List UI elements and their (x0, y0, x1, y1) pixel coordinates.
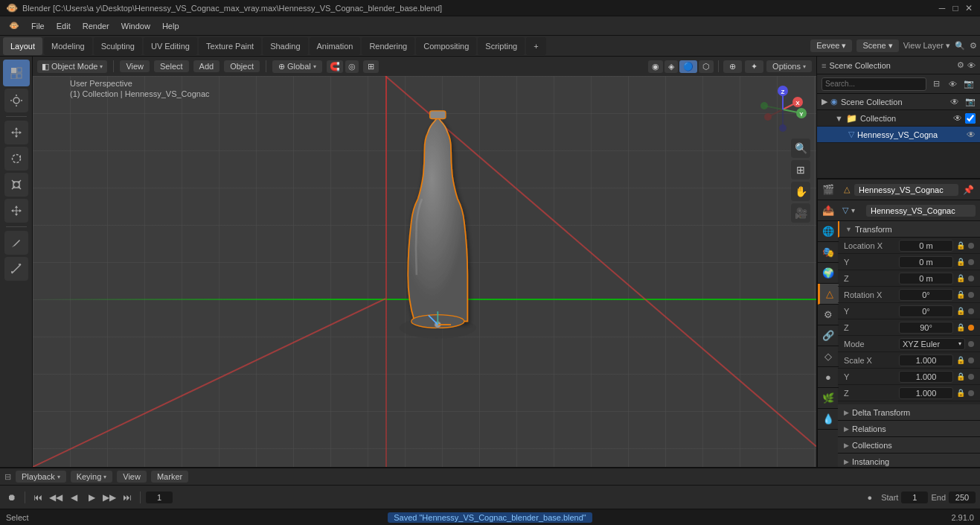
solid-shading[interactable]: ◉ (648, 60, 663, 73)
object-data-name-field[interactable]: Hennessy_VS_Cognac (866, 205, 976, 217)
keying-menu[interactable]: Keying ▾ (71, 471, 113, 483)
tab-texture-paint[interactable]: Texture Paint (199, 37, 261, 55)
object-name-field[interactable]: Hennessy_VS_Cognac (854, 184, 958, 196)
header-search-icon[interactable]: 🔍 (955, 41, 965, 51)
object-menu[interactable]: Object (224, 60, 260, 72)
timeline-view-menu[interactable]: View (117, 471, 147, 483)
scale-z-value[interactable]: 1.000 (899, 387, 953, 399)
scene-collection-render-vis[interactable]: 📷 (965, 97, 976, 106)
location-y-lock[interactable]: 🔒 (956, 258, 965, 266)
output-properties-tab[interactable]: 📤 (818, 200, 839, 221)
select-menu[interactable]: Select (154, 60, 189, 72)
outliner-search-input[interactable] (822, 77, 926, 91)
world-properties-tab[interactable]: 🌍 (818, 263, 839, 284)
camera-icon[interactable]: 🎥 (791, 203, 810, 223)
snap-toggle[interactable]: 🧲 (327, 60, 343, 73)
location-x-lock[interactable]: 🔒 (956, 241, 965, 249)
next-frame-btn[interactable]: ▶▶ (102, 490, 117, 505)
render-properties-tab[interactable]: 🎬 (818, 179, 839, 200)
rotate-tool[interactable] (4, 147, 28, 171)
end-frame-field[interactable]: 250 (949, 491, 976, 503)
particle-properties-tab[interactable]: 🌿 (818, 388, 839, 409)
outliner-hide-icon[interactable]: 👁 (967, 61, 976, 70)
viewport-overlays-toggle[interactable]: ⊕ (723, 60, 742, 73)
prev-keyframe-btn[interactable]: ◀◀ (48, 490, 63, 505)
show-gizmos[interactable]: ⊞ (363, 60, 379, 73)
menu-blender[interactable]: 🐵 (3, 18, 25, 34)
scene-selector[interactable]: Scene ▾ (856, 39, 898, 52)
prev-frame-btn[interactable]: ◀ (66, 490, 81, 505)
tab-compositing[interactable]: Compositing (416, 37, 476, 55)
outliner-filter-icon[interactable]: ⚙ (957, 60, 964, 70)
xray-toggle[interactable]: ✦ (745, 60, 763, 73)
rotation-y-value[interactable]: 0° (899, 305, 953, 317)
playback-menu[interactable]: Playback ▾ (16, 471, 66, 483)
options-menu[interactable]: Options ▾ (766, 60, 812, 72)
tab-uv-editing[interactable]: UV Editing (144, 37, 197, 55)
zoom-extents-icon[interactable]: ⊞ (791, 160, 810, 179)
location-z-value[interactable]: 0 m (899, 273, 953, 284)
rotation-x-lock[interactable]: 🔒 (956, 290, 965, 299)
annotate-tool[interactable] (4, 231, 28, 255)
tab-shading[interactable]: Shading (263, 37, 307, 55)
instancing-section-header[interactable]: ▶ Instancing (838, 454, 980, 467)
tab-add[interactable]: + (526, 37, 545, 55)
transform-section-header[interactable]: ▼ Transform (838, 221, 980, 238)
scale-y-lock[interactable]: 🔒 (956, 372, 965, 381)
scene-collection-collapse[interactable]: ▶ (822, 97, 827, 106)
jump-to-start-btn[interactable]: ⏮ (31, 490, 45, 505)
object-properties-tab[interactable]: △ (818, 284, 839, 305)
delta-transform-section-header[interactable]: ▶ Delta Transform (838, 404, 980, 421)
tab-sculpting[interactable]: Sculpting (94, 37, 142, 55)
jump-to-end-btn[interactable]: ⏭ (120, 490, 135, 505)
mode-selector[interactable]: ◧ Object Mode ▾ (37, 60, 107, 73)
outliner-visibility-filter[interactable]: 👁 (946, 77, 959, 91)
rotation-z-value[interactable]: 90° (899, 322, 953, 334)
menu-edit[interactable]: Edit (51, 18, 77, 34)
hennessy-object-row[interactable]: ▽ Hennessy_VS_Cogna 👁 (817, 127, 980, 143)
viewport[interactable]: ◧ Object Mode ▾ View Select Add Object ⊕… (33, 57, 816, 467)
collection-visibility-toggle[interactable]: 👁 (953, 113, 962, 124)
data-properties-tab[interactable]: ◇ (818, 346, 839, 367)
material-shading[interactable]: ◈ (664, 60, 678, 73)
relations-section-header[interactable]: ▶ Relations (838, 421, 980, 437)
view-menu[interactable]: View (120, 60, 150, 72)
scale-x-value[interactable]: 1.000 (899, 354, 953, 366)
maximize-button[interactable]: □ (950, 3, 961, 13)
material-properties-tab[interactable]: ● (818, 367, 839, 388)
rotation-z-lock[interactable]: 🔒 (956, 323, 965, 331)
rotation-x-value[interactable]: 0° (899, 289, 953, 301)
start-frame-field[interactable]: 1 (901, 491, 928, 503)
rendered-shading[interactable]: 🔵 (679, 60, 697, 73)
collections-section-header[interactable]: ▶ Collections (838, 437, 980, 454)
add-menu[interactable]: Add (193, 60, 220, 72)
transform-orientation[interactable]: ⊕ Global ▾ (272, 60, 322, 73)
modifier-properties-tab[interactable]: ⚙ (818, 305, 839, 325)
current-frame-field[interactable]: 1 (146, 491, 173, 503)
location-z-lock[interactable]: 🔒 (956, 274, 965, 282)
collection-render-checkbox[interactable] (965, 113, 976, 124)
tab-animation[interactable]: Animation (310, 37, 361, 55)
proportional-toggle[interactable]: ◎ (345, 60, 359, 73)
menu-file[interactable]: File (25, 18, 51, 34)
cursor-tool[interactable] (4, 89, 28, 112)
scale-y-value[interactable]: 1.000 (899, 371, 953, 383)
collection-collapse-arrow[interactable]: ▼ (835, 114, 843, 123)
location-y-value[interactable]: 0 m (899, 256, 953, 268)
measure-tool[interactable] (4, 257, 28, 281)
play-btn[interactable]: ▶ (84, 490, 99, 505)
object-visibility-toggle[interactable]: 👁 (967, 130, 976, 140)
scale-x-lock[interactable]: 🔒 (956, 356, 965, 364)
zoom-in-icon[interactable]: 🔍 (791, 139, 810, 158)
tab-modeling[interactable]: Modeling (44, 37, 92, 55)
scene-properties-tab[interactable]: 🎭 (818, 242, 839, 263)
outliner-type-filter[interactable]: ⊟ (929, 77, 943, 91)
minimize-button[interactable]: ─ (937, 3, 947, 13)
header-filter-icon[interactable]: ⚙ (970, 41, 977, 51)
menu-render[interactable]: Render (77, 18, 115, 34)
pin-icon[interactable]: 📌 (963, 185, 974, 195)
close-button[interactable]: ✕ (964, 3, 974, 13)
nav-gizmo[interactable]: X Y Z (757, 83, 809, 136)
tab-scripting[interactable]: Scripting (478, 37, 525, 55)
marker-menu[interactable]: Marker (151, 471, 188, 483)
